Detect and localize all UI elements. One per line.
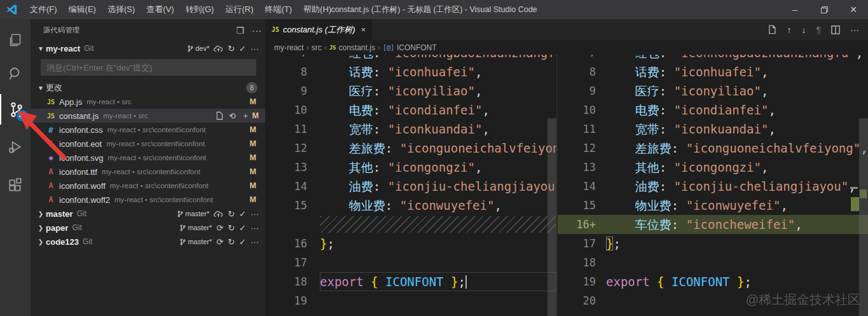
publish-cloud-icon[interactable] <box>214 45 223 53</box>
repo-row-master[interactable]: ❯masterGitmaster*↻✓··· <box>31 207 265 221</box>
diff-filler-line[interactable] <box>265 215 556 234</box>
menu-查看V[interactable]: 查看(V) <box>141 0 179 19</box>
code-line-19[interactable]: 19 <box>265 291 556 310</box>
code-line-13[interactable]: 13 其他: "icongongzi", <box>558 158 868 177</box>
commit-check-icon[interactable]: ✓ <box>239 238 246 246</box>
menu-转到G[interactable]: 转到(G) <box>180 0 220 19</box>
changed-file-list: JSApp.jsmy-react • srcMJSconstant.jsmy-r… <box>31 95 265 207</box>
code-line-18[interactable]: 18export { ICONFONT }; <box>265 272 556 291</box>
code-line-11[interactable]: 11 宽带: "iconkuandai", <box>265 120 556 139</box>
code-line-7[interactable]: 7 红包: "iconhongbaozhuanzhangfu", <box>265 55 556 62</box>
menu-选择S[interactable]: 选择(S) <box>102 0 141 19</box>
repo-row-my-react[interactable]: ▼ my-react Git dev* ↻ ✓ ··· <box>31 41 265 55</box>
file-row-iconfont.css[interactable]: #iconfont.cssmy-react • src\content\icon… <box>31 123 265 137</box>
commit-check-icon[interactable]: ✓ <box>239 224 246 232</box>
discard-changes-icon[interactable]: ⟲ <box>229 111 236 121</box>
menu-运行R[interactable]: 运行(R) <box>219 0 259 19</box>
chevron-down-icon: ▼ <box>36 85 46 92</box>
explorer-icon[interactable] <box>0 25 31 56</box>
file-row-iconfont.svg[interactable]: ◆iconfont.svgmy-react • src\content\icon… <box>31 151 265 165</box>
menu-编辑E[interactable]: 编辑(E) <box>63 0 102 19</box>
refresh-icon[interactable]: ↻ <box>228 210 235 218</box>
search-icon[interactable] <box>0 58 31 89</box>
tab-close-icon[interactable]: × <box>361 25 366 34</box>
code-line-13[interactable]: 13 其他: "icongongzi", <box>265 158 556 177</box>
open-changes-icon[interactable] <box>768 25 776 34</box>
stage-changes-icon[interactable]: ＋ <box>242 110 250 121</box>
code-line-8[interactable]: 8 话费: "iconhuafei", <box>265 62 556 81</box>
changes-section-header[interactable]: ▼ 更改 8 <box>31 81 265 95</box>
split-editor-icon[interactable] <box>831 25 840 34</box>
code-line-10[interactable]: 10 电费: "icondianfei", <box>265 100 556 120</box>
open-file-icon[interactable] <box>216 111 223 120</box>
refresh-icon[interactable]: ↻ <box>228 238 235 246</box>
file-row-App.js[interactable]: JSApp.jsmy-react • srcM <box>31 95 265 109</box>
extensions-icon[interactable] <box>0 170 31 201</box>
more-actions-icon[interactable]: ··· <box>249 25 265 36</box>
code-line-16[interactable]: 16}; <box>265 234 556 253</box>
code-line-17[interactable]: 17}; <box>558 234 868 253</box>
breadcrumb-item-iconfont[interactable]: ICONFONT <box>397 43 437 52</box>
code-line-15[interactable]: 15 物业费: "iconwuyefei", <box>265 196 556 215</box>
source-control-icon[interactable]: 47 <box>0 94 31 125</box>
repositories-view-icon[interactable]: ❐ <box>232 25 249 36</box>
scrollbar-left[interactable] <box>548 118 556 316</box>
restore-button[interactable] <box>809 0 839 19</box>
minimize-button[interactable]: – <box>780 0 809 19</box>
repo-more-icon[interactable]: ··· <box>251 45 259 53</box>
code-line-9[interactable]: 9 医疗: "iconyiliao", <box>558 81 868 100</box>
code-line-8[interactable]: 8 话费: "iconhuafei", <box>558 62 868 81</box>
repo-more-icon[interactable]: ··· <box>251 224 259 232</box>
code-line-10[interactable]: 10 电费: "icondianfei", <box>558 100 868 120</box>
code-line-15[interactable]: 15 物业费: "iconwuyefei", <box>558 196 868 215</box>
line-number: 18 <box>265 272 320 291</box>
branch-label: master* <box>177 210 209 218</box>
sync-icon[interactable]: ⟳ <box>216 224 223 232</box>
commit-check-icon[interactable]: ✓ <box>239 45 246 53</box>
code-line-12[interactable]: 12 差旅费: "iconguoneichalvfeiyong", <box>265 139 556 158</box>
refresh-icon[interactable]: ↻ <box>228 45 235 53</box>
tab-label: constant.js (工作树) <box>283 24 355 36</box>
code-line-17[interactable]: 17 <box>265 253 556 272</box>
close-window-button[interactable]: ✕ <box>839 0 868 19</box>
menu-终端T[interactable]: 终端(T) <box>259 0 298 19</box>
code-line-12[interactable]: 12 差旅费: "iconguoneichalvfeiyong", <box>558 139 868 158</box>
commit-check-icon[interactable]: ✓ <box>239 210 246 218</box>
file-name: iconfont.ttf <box>59 167 97 177</box>
code-line-19[interactable]: 19export { ICONFONT }; <box>558 272 868 291</box>
tab-constant-js[interactable]: JS constant.js (工作树) × <box>265 19 372 40</box>
code-line-18[interactable]: 18 <box>558 253 868 272</box>
file-row-iconfont.woff[interactable]: Aiconfont.woffmy-react • src\content\ico… <box>31 179 265 193</box>
previous-change-icon[interactable]: ↑ <box>787 25 791 35</box>
code-text <box>606 253 868 272</box>
commit-message-input[interactable] <box>41 59 256 76</box>
breadcrumb-item-constant-js[interactable]: constant.js <box>339 43 375 52</box>
breadcrumb-item-src[interactable]: src <box>312 43 322 52</box>
refresh-icon[interactable]: ↻ <box>228 224 235 232</box>
code-line-14[interactable]: 14 油费: "iconjiu-cheliangjiayou", <box>558 177 868 196</box>
file-row-iconfont.woff2[interactable]: Aiconfont.woff2my-react • src\content\ic… <box>31 193 265 207</box>
code-line-11[interactable]: 11 宽带: "iconkuandai", <box>558 120 868 139</box>
repo-row-code123[interactable]: ❯code123Gitmaster*⟳↻✓··· <box>31 235 265 249</box>
file-row-constant.js[interactable]: JSconstant.jsmy-react • src⟲＋M <box>31 109 265 123</box>
repo-more-icon[interactable]: ··· <box>251 238 259 246</box>
scrollbar-right[interactable] <box>859 118 868 316</box>
code-line-16+[interactable]: 16+ 车位费: "iconcheweifei", <box>558 215 868 234</box>
file-row-iconfont.eot[interactable]: Aiconfont.eotmy-react • src\content\icon… <box>31 137 265 151</box>
breadcrumb-item-my-react[interactable]: my-react <box>274 43 304 52</box>
next-change-icon[interactable]: ↓ <box>801 25 806 35</box>
whitespace-icon[interactable]: ¶ <box>816 25 821 35</box>
run-debug-icon[interactable] <box>0 132 31 163</box>
file-row-iconfont.ttf[interactable]: Aiconfont.ttfmy-react • src\content\icon… <box>31 165 265 179</box>
repo-row-paper[interactable]: ❯paperGitmaster*⟳↻✓··· <box>31 221 265 235</box>
repo-more-icon[interactable]: ··· <box>251 210 259 218</box>
code-line-7[interactable]: 7 红包: "iconhongbaozhuanzhangfu", <box>558 55 868 62</box>
editor-more-icon[interactable]: ··· <box>850 25 859 35</box>
sync-icon[interactable]: ⟳ <box>216 238 223 246</box>
code-line-14[interactable]: 14 油费: "iconjiu-cheliangjiayou", <box>265 177 556 196</box>
js-file-icon: JS <box>329 45 336 51</box>
publish-cloud-icon[interactable] <box>214 210 223 218</box>
code-line-9[interactable]: 9 医疗: "iconyiliao", <box>265 81 556 100</box>
diff-filler <box>320 215 556 234</box>
menu-文件F[interactable]: 文件(F) <box>24 0 63 19</box>
